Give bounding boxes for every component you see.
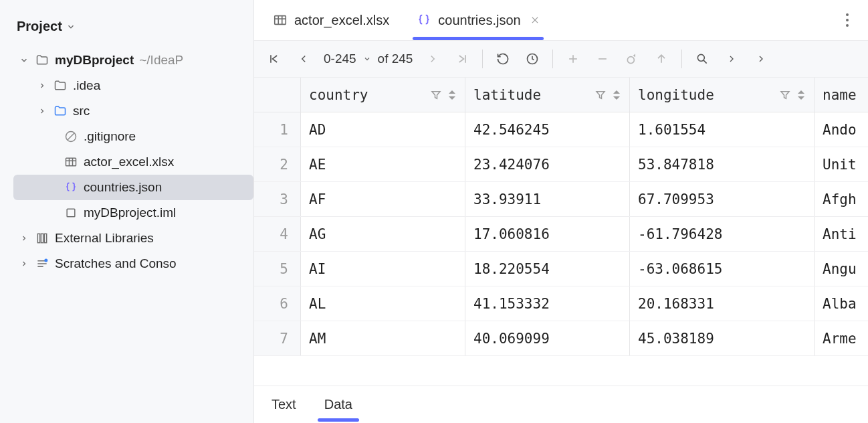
filter-icon[interactable] [430,89,442,101]
cell-name[interactable]: Afgh [815,182,868,216]
tab-actor-excel[interactable]: actor_excel.xlsx [261,3,401,37]
svg-marker-35 [449,96,455,100]
cell-country[interactable]: AM [301,321,465,355]
column-header-name[interactable]: name [815,78,868,112]
delete-row-button[interactable] [589,46,616,72]
cell-longitude[interactable]: 20.168331 [630,286,815,321]
table-row[interactable]: 3AF33.9391167.709953Afgh [254,182,868,217]
row-number[interactable]: 3 [254,182,301,216]
tree-item-idea[interactable]: .idea [13,73,253,98]
corner-cell[interactable] [254,78,301,112]
cell-latitude[interactable]: 41.153332 [465,286,630,321]
tree-item-scratches[interactable]: Scratches and Conso [13,251,253,276]
cell-name[interactable]: Arme [815,321,868,355]
toolbar-scroll-right[interactable] [718,46,745,72]
cell-latitude[interactable]: 42.546245 [465,112,630,147]
column-header-longitude[interactable]: longitude [630,78,815,112]
project-sidebar: Project myDBproject ~/IdeaP .idea [0,0,254,423]
svg-marker-34 [449,90,455,94]
reload-button[interactable] [490,46,516,72]
table-row[interactable]: 1AD42.5462451.601554Ando [254,112,868,147]
view-tab-data[interactable]: Data [320,389,356,420]
add-row-button[interactable] [560,46,586,72]
cell-longitude[interactable]: 45.038189 [630,321,815,355]
cell-country[interactable]: AL [301,286,465,321]
cell-longitude[interactable]: -61.796428 [630,217,815,251]
row-number[interactable]: 2 [254,147,301,181]
cell-longitude[interactable]: -63.068615 [630,252,815,286]
cell-name[interactable]: Angu [815,252,868,286]
cell-country[interactable]: AG [301,217,465,251]
toolbar-scroll-right-2[interactable] [748,46,774,72]
cell-longitude[interactable]: 1.601554 [630,112,815,147]
prev-page-button[interactable] [290,46,317,72]
cell-name[interactable]: Anti [815,217,868,251]
table-row[interactable]: 5AI18.220554-63.068615Angu [254,252,868,286]
table-row[interactable]: 7AM40.06909945.038189Arme [254,321,868,356]
cell-country[interactable]: AI [301,252,465,286]
cell-name[interactable]: Alba [815,286,868,321]
svg-line-1 [68,133,74,140]
row-number[interactable]: 1 [254,112,301,147]
svg-point-29 [628,57,635,64]
sort-icon[interactable] [796,89,806,101]
tree-item-label: Scratches and Conso [55,256,177,271]
tree-item-countries-json[interactable]: countries.json [13,175,253,200]
transaction-mode-button[interactable] [519,46,546,72]
cell-longitude[interactable]: 53.847818 [630,147,815,181]
row-number[interactable]: 4 [254,217,301,251]
tree-item-gitignore[interactable]: .gitignore [13,124,253,149]
page-range: 0-245 [324,52,356,66]
cell-latitude[interactable]: 17.060816 [465,217,630,251]
project-toolwindow-header[interactable]: Project [0,12,253,48]
chevron-down-icon [66,22,76,31]
svg-rect-8 [41,234,43,242]
data-grid[interactable]: country latitude [254,78,868,386]
cell-longitude[interactable]: 67.709953 [630,182,815,216]
tree-item-src[interactable]: src [13,98,253,124]
editor-more-menu[interactable] [833,6,861,34]
row-number[interactable]: 5 [254,252,301,286]
tree-item-label: .idea [73,78,100,93]
sort-icon[interactable] [447,89,457,101]
cell-latitude[interactable]: 33.93911 [465,182,630,216]
cell-latitude[interactable]: 18.220554 [465,252,630,286]
cell-name[interactable]: Ando [815,112,868,147]
table-row[interactable]: 6AL41.15333220.168331Alba [254,286,868,321]
cell-name[interactable]: Unit [815,147,868,181]
cell-country[interactable]: AF [301,182,465,216]
table-row[interactable]: 4AG17.060816-61.796428Anti [254,217,868,252]
table-row[interactable]: 2AE23.42407653.847818Unit [254,147,868,182]
svg-point-13 [44,259,47,262]
cell-country[interactable]: AD [301,112,465,147]
tree-item-actor-excel[interactable]: actor_excel.xlsx [13,149,253,175]
find-button[interactable] [689,46,716,72]
revert-button[interactable] [619,46,645,72]
cell-country[interactable]: AE [301,147,465,181]
svg-rect-2 [66,158,76,166]
cell-latitude[interactable]: 23.424076 [465,147,630,181]
filter-icon[interactable] [779,89,791,101]
page-range-selector[interactable]: 0-245 of 245 [320,52,417,66]
row-number[interactable]: 7 [254,321,301,355]
column-header-latitude[interactable]: latitude [465,78,630,112]
module-file-icon [64,206,78,220]
tree-item-iml[interactable]: myDBproject.iml [13,200,253,226]
column-header-country[interactable]: country [301,78,465,112]
next-page-button[interactable] [419,46,446,72]
tree-root[interactable]: myDBproject ~/IdeaP [13,48,253,73]
tree-item-external-libraries[interactable]: External Libraries [13,226,253,251]
close-tab-icon[interactable] [530,15,540,25]
sort-icon[interactable] [612,89,621,101]
svg-marker-40 [798,90,804,94]
view-tab-text[interactable]: Text [267,389,300,420]
tab-countries-json[interactable]: countries.json [405,3,551,37]
first-page-button[interactable] [261,46,288,72]
filter-icon[interactable] [594,89,607,101]
row-number[interactable]: 6 [254,286,301,321]
cell-latitude[interactable]: 40.069099 [465,321,630,355]
last-page-button[interactable] [449,46,475,72]
tab-label: actor_excel.xlsx [294,13,389,28]
svg-point-22 [846,24,849,27]
submit-button[interactable] [648,46,675,72]
